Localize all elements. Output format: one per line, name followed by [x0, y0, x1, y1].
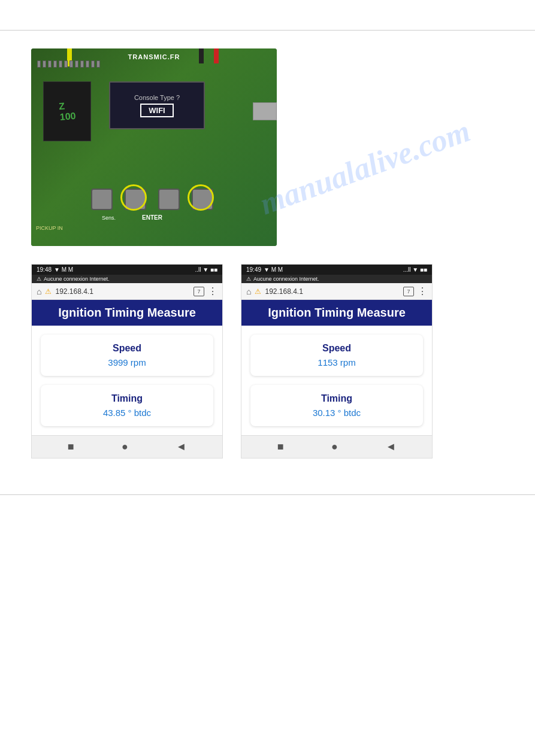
time-right: 19:49 — [246, 266, 261, 273]
notification-text-left: Aucune connexion Internet. — [44, 276, 110, 282]
status-bar-right: 19:49 ▼ M M ...ll ▼ ■■ — [241, 265, 432, 275]
nav-circle-left[interactable]: ● — [122, 441, 128, 453]
tab-count-right[interactable]: 7 — [403, 287, 414, 296]
speed-value-right: 1153 rpm — [260, 357, 413, 368]
pcb-board: TRANSMIC.FR Z 100 — [31, 48, 277, 246]
speed-label-left: Speed — [50, 343, 204, 354]
wire-red — [214, 48, 219, 63]
status-bar-right-left-section: 19:49 ▼ M M — [246, 266, 283, 273]
timing-value-left: 43.85 ° btdc — [50, 408, 204, 418]
signal-icons-left: ..ll ▼ ■■ — [195, 266, 217, 273]
timing-card-left: Timing 43.85 ° btdc — [41, 385, 213, 426]
pcb-plus-circle — [188, 184, 214, 211]
pin — [80, 60, 84, 68]
pin — [53, 60, 57, 68]
tab-count-left[interactable]: 7 — [194, 287, 204, 296]
pcb-button-sens — [91, 189, 113, 210]
pickup-in-label: PICKUP IN — [36, 225, 63, 231]
timing-value-right: 30.13 ° btdc — [260, 408, 413, 418]
notification-bar-right: ⚠ Aucune connexion Internet. — [241, 275, 432, 283]
pin — [59, 60, 62, 68]
pcb-enter-circle — [120, 184, 147, 211]
esp-chip: Z 100 — [43, 81, 91, 141]
timing-label-left: Timing — [50, 393, 204, 404]
url-right[interactable]: 192.168.4.1 — [265, 287, 400, 296]
pin — [91, 60, 95, 68]
speed-label-right: Speed — [260, 343, 413, 354]
warning-icon-left: ⚠ — [45, 287, 52, 296]
pin — [64, 60, 68, 68]
nav-back-right[interactable]: ◄ — [385, 441, 396, 453]
speed-card-right: Speed 1153 rpm — [250, 335, 423, 376]
address-bar-left[interactable]: ⌂ ⚠ 192.168.4.1 7 ⋮ — [32, 283, 222, 300]
speed-value-left: 3999 rpm — [50, 357, 204, 368]
notification-icon-right: ⚠ — [246, 276, 251, 282]
bottom-nav-right: ■ ● ◄ — [241, 435, 432, 458]
time-left: 19:48 — [37, 266, 52, 273]
url-left[interactable]: 192.168.4.1 — [55, 287, 190, 296]
enter-label: ENTER — [142, 214, 162, 221]
pcb-button-minus — [158, 189, 180, 210]
status-bar-right-right-section: ...ll ▼ ■■ — [403, 266, 427, 273]
notification-icon-left: ⚠ — [37, 276, 41, 282]
pin — [48, 60, 52, 68]
sens-label: Sens. — [102, 215, 116, 221]
bottom-divider — [0, 494, 535, 495]
menu-dots-left[interactable]: ⋮ — [208, 286, 217, 297]
notification-text-right: Aucune connexion Internet. — [253, 276, 319, 282]
pin — [43, 60, 46, 68]
status-bar-left: 19:48 ▼ M M ..ll ▼ ■■ — [32, 265, 222, 275]
phone-screenshot-left: 19:48 ▼ M M ..ll ▼ ■■ ⚠ Aucune connexion… — [31, 264, 223, 459]
wifi-box: WIFI — [140, 104, 173, 117]
home-icon-right[interactable]: ⌂ — [246, 287, 251, 296]
address-bar-right[interactable]: ⌂ ⚠ 192.168.4.1 7 ⋮ — [241, 283, 432, 300]
usb-connector — [253, 102, 277, 120]
phones-row: 19:48 ▼ M M ..ll ▼ ■■ ⚠ Aucune connexion… — [0, 264, 535, 459]
status-bar-right-section: ..ll ▼ ■■ — [195, 266, 217, 273]
pin — [96, 60, 100, 68]
speed-card-left: Speed 3999 rpm — [41, 335, 213, 376]
app-title-left: Ignition Timing Measure — [32, 300, 222, 326]
pin — [37, 60, 41, 68]
status-icons-left: ▼ M M — [54, 266, 73, 273]
pin — [86, 60, 89, 68]
menu-dots-right[interactable]: ⋮ — [418, 286, 427, 297]
data-cards-left: Speed 3999 rpm Timing 43.85 ° btdc — [32, 326, 222, 435]
signal-icons-right: ...ll ▼ ■■ — [403, 266, 427, 273]
pcb-image: TRANSMIC.FR Z 100 — [31, 48, 277, 246]
notification-bar-left: ⚠ Aucune connexion Internet. — [32, 275, 222, 283]
wire-black — [199, 48, 204, 63]
app-title-right: Ignition Timing Measure — [241, 300, 432, 326]
console-type-text: Console Type ? — [134, 94, 180, 101]
nav-square-left[interactable]: ■ — [68, 441, 74, 453]
timing-label-right: Timing — [260, 393, 413, 404]
pcb-buttons-row — [91, 189, 213, 210]
phone-screenshot-right: 19:49 ▼ M M ...ll ▼ ■■ ⚠ Aucune connexio… — [241, 264, 433, 459]
nav-circle-right[interactable]: ● — [331, 441, 338, 453]
warning-icon-right: ⚠ — [255, 287, 261, 296]
pcb-brand-label: TRANSMIC.FR — [128, 53, 180, 60]
status-bar-left-section: 19:48 ▼ M M — [37, 266, 73, 273]
pcb-pin-headers — [37, 60, 100, 68]
oled-display: Console Type ? WIFI — [109, 81, 205, 129]
bottom-nav-left: ■ ● ◄ — [32, 435, 222, 458]
pin — [75, 60, 78, 68]
home-icon-left[interactable]: ⌂ — [37, 287, 41, 296]
data-cards-right: Speed 1153 rpm Timing 30.13 ° btdc — [241, 326, 432, 435]
nav-square-right[interactable]: ■ — [277, 441, 284, 453]
status-icons-right: ▼ M M — [264, 266, 283, 273]
pcb-section: TRANSMIC.FR Z 100 — [0, 31, 535, 258]
nav-back-left[interactable]: ◄ — [176, 441, 186, 453]
esp-chip-label: Z 100 — [58, 100, 76, 123]
timing-card-right: Timing 30.13 ° btdc — [250, 385, 423, 426]
pin — [69, 60, 73, 68]
